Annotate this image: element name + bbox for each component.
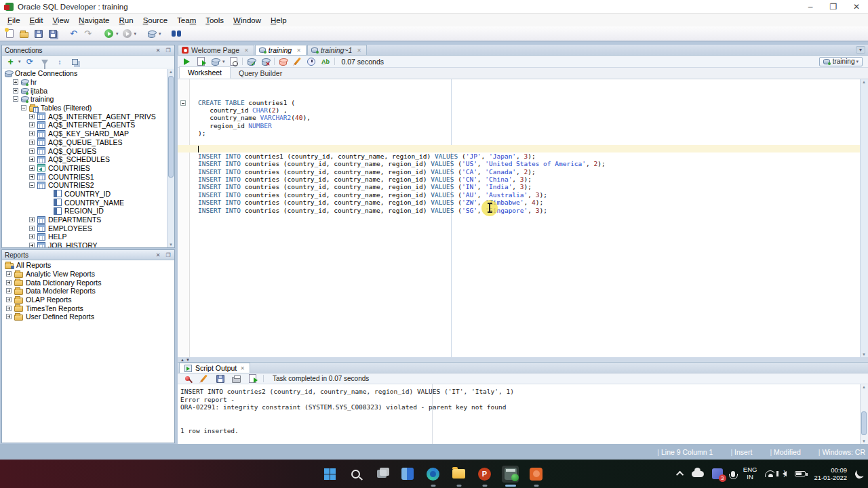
tree-item-data-modeler-reports[interactable]: Data Modeler Reports bbox=[2, 287, 174, 296]
tree-item-user-defined-reports[interactable]: User Defined Reports bbox=[2, 312, 174, 321]
expand-icon[interactable] bbox=[13, 79, 18, 85]
case-toggle-button[interactable]: A̲b bbox=[320, 56, 332, 67]
tree-item-data-dictionary-reports[interactable]: Data Dictionary Reports bbox=[2, 278, 174, 287]
connections-close-icon[interactable]: ✕ bbox=[155, 47, 161, 54]
tree-item-aq-queue-tables[interactable]: AQ$_QUEUE_TABLES bbox=[2, 138, 167, 147]
tree-item-training[interactable]: training bbox=[2, 95, 167, 104]
expand-icon[interactable] bbox=[6, 314, 12, 319]
expand-icon[interactable] bbox=[29, 174, 35, 180]
output-scrollbar[interactable]: ▲ ▼ bbox=[860, 384, 868, 444]
open-file-button[interactable] bbox=[18, 28, 30, 39]
rollback-button[interactable] bbox=[260, 56, 271, 67]
save-output-button[interactable] bbox=[214, 373, 226, 384]
menu-source[interactable]: Source bbox=[138, 15, 172, 26]
undo-button[interactable]: ↶ bbox=[68, 28, 79, 39]
expand-icon[interactable] bbox=[6, 280, 12, 285]
menu-run[interactable]: Run bbox=[115, 15, 138, 26]
search-button[interactable] bbox=[171, 28, 182, 39]
expand-icon[interactable] bbox=[29, 157, 35, 162]
expand-icon[interactable] bbox=[6, 297, 12, 302]
edge-button[interactable] bbox=[425, 466, 441, 483]
debug-button[interactable] bbox=[121, 28, 133, 39]
expand-icon[interactable] bbox=[29, 140, 35, 145]
tab-close-icon[interactable]: ✕ bbox=[357, 47, 361, 54]
collapse-icon[interactable] bbox=[13, 96, 18, 102]
tree-item-all-reports[interactable]: All Reports bbox=[2, 261, 174, 270]
connections-dropdown-icon[interactable]: ▾ bbox=[159, 31, 161, 37]
tab-welcome-page[interactable]: Welcome Page✕ bbox=[178, 45, 254, 55]
explain-plan-button[interactable] bbox=[228, 56, 239, 67]
expand-icon[interactable] bbox=[29, 148, 35, 154]
file-explorer-button[interactable] bbox=[450, 466, 467, 483]
sql-developer-taskbar-button[interactable] bbox=[502, 466, 519, 483]
sql-tuning-button[interactable] bbox=[277, 56, 289, 67]
add-connection-button[interactable]: + bbox=[5, 56, 16, 67]
tab-list-dropdown-icon[interactable]: ▾ bbox=[856, 46, 865, 54]
expand-icon[interactable] bbox=[6, 306, 12, 311]
battery-button[interactable] bbox=[795, 471, 806, 476]
tree-item-hr[interactable]: hr bbox=[2, 78, 167, 87]
task-view-button[interactable] bbox=[373, 466, 390, 483]
tree-item-region-id[interactable]: REGION_ID bbox=[2, 207, 167, 216]
tree-item-aq-queues[interactable]: AQ$_QUEUES bbox=[2, 146, 167, 155]
reports-close-icon[interactable]: ✕ bbox=[155, 252, 161, 258]
volume-button[interactable] bbox=[783, 471, 787, 476]
filter-button[interactable] bbox=[39, 56, 51, 67]
menu-edit[interactable]: Edit bbox=[25, 15, 48, 26]
add-connection-dropdown-icon[interactable]: ▾ bbox=[18, 59, 21, 64]
clear-button[interactable] bbox=[292, 56, 303, 67]
splitter-down-icon[interactable]: ▼ bbox=[186, 358, 190, 362]
menu-team[interactable]: Team bbox=[172, 15, 201, 26]
expand-icon[interactable] bbox=[29, 114, 35, 119]
debug-dropdown-icon[interactable]: ▾ bbox=[134, 31, 137, 37]
redo-button[interactable]: ↷ bbox=[82, 28, 94, 39]
script-output-tab[interactable]: Script Output ✕ bbox=[179, 363, 250, 373]
tray-expand-button[interactable] bbox=[678, 471, 684, 476]
tab-training-1[interactable]: training~1✕ bbox=[307, 45, 367, 55]
splitter-up-icon[interactable]: ▲ bbox=[180, 358, 184, 362]
expand-icon[interactable] bbox=[29, 226, 35, 231]
history-button[interactable] bbox=[306, 56, 317, 67]
new-file-button[interactable] bbox=[4, 28, 16, 39]
expand-icon[interactable] bbox=[13, 88, 18, 94]
tree-item-analytic-view-reports[interactable]: Analytic View Reports bbox=[2, 270, 174, 279]
collapse-all-button[interactable] bbox=[69, 56, 81, 67]
menu-window[interactable]: Window bbox=[229, 15, 266, 26]
tree-item-country-name[interactable]: COUNTRY_NAME bbox=[2, 198, 167, 207]
connection-selector[interactable]: training ▾ bbox=[819, 57, 863, 66]
tree-item-country-id[interactable]: COUNTRY_ID bbox=[2, 190, 167, 199]
tree-item-aq-internet-agent-privs[interactable]: AQ$_INTERNET_AGENT_PRIVS bbox=[2, 112, 167, 121]
microphone-button[interactable] bbox=[731, 471, 735, 477]
editor-scrollbar[interactable]: ▲ ▼ bbox=[860, 79, 868, 357]
save-button[interactable] bbox=[33, 28, 44, 39]
minimize-button[interactable]: – bbox=[799, 0, 822, 13]
rerun-script-button[interactable] bbox=[247, 373, 258, 384]
start-button[interactable] bbox=[321, 466, 338, 483]
tab-close-icon[interactable]: ✕ bbox=[296, 47, 301, 54]
collapse-icon[interactable] bbox=[29, 182, 35, 188]
menu-view[interactable]: View bbox=[47, 15, 74, 26]
tree-item-aq-schedules[interactable]: AQ$_SCHEDULES bbox=[2, 155, 167, 164]
close-button[interactable]: ✕ bbox=[845, 0, 868, 13]
expand-icon[interactable] bbox=[29, 234, 35, 239]
expand-icon[interactable] bbox=[6, 288, 12, 293]
run-statement-button[interactable] bbox=[181, 56, 193, 67]
run-script-button[interactable] bbox=[195, 56, 207, 67]
tree-item-olap-reports[interactable]: OLAP Reports bbox=[2, 296, 174, 304]
expand-icon[interactable] bbox=[29, 131, 35, 136]
refresh-button[interactable]: ⟳ bbox=[24, 56, 36, 67]
wifi-button[interactable] bbox=[765, 470, 774, 477]
orange-app-button[interactable] bbox=[528, 466, 545, 483]
menu-tools[interactable]: Tools bbox=[201, 15, 229, 26]
tree-item-tables-filtered-[interactable]: Tables (Filtered) bbox=[2, 104, 167, 113]
menu-help[interactable]: Help bbox=[266, 15, 292, 26]
clock[interactable]: 00:0921-01-2022 bbox=[814, 466, 847, 482]
onedrive-button[interactable] bbox=[692, 471, 704, 477]
connections-restore-icon[interactable]: ❐ bbox=[165, 47, 172, 54]
teams-button[interactable]: 3 bbox=[712, 468, 723, 479]
connections-scrollbar[interactable]: ▲ ▼ bbox=[167, 69, 174, 247]
expand-icon[interactable] bbox=[29, 122, 35, 127]
tab-close-icon[interactable]: ✕ bbox=[244, 47, 249, 54]
pin-button[interactable] bbox=[182, 373, 193, 384]
tree-item-job-history[interactable]: JOB_HISTORY bbox=[2, 241, 167, 247]
